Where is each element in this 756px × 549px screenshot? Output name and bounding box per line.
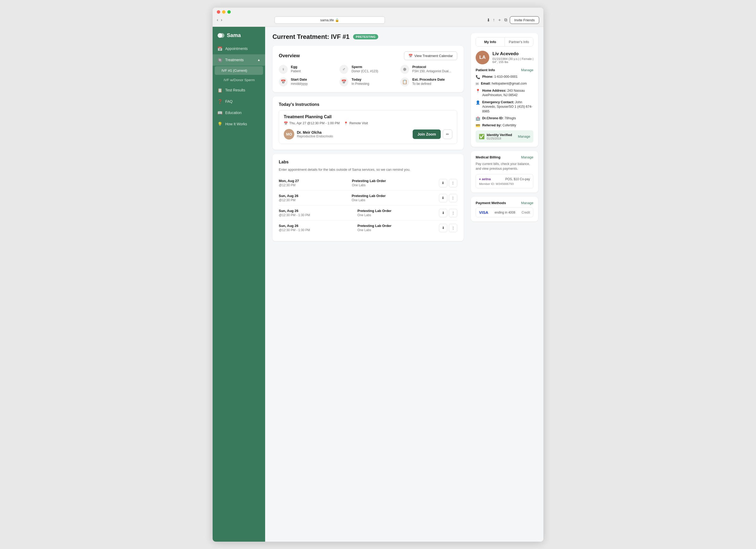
minimize-button[interactable] [222,10,225,14]
tabs-icon[interactable]: ⧉ [504,18,507,22]
location-icon: 📍 [344,121,348,125]
lab-name: Pretesting Lab Order [352,194,386,198]
lab-time: @12:30 PM - 1:30 PM [279,228,310,232]
instruction-title: Treatment Planning Call [284,114,452,119]
billing-header: Medical Billing Manage [476,155,533,159]
lab-date: Sun, Aug 26 [279,209,310,213]
join-zoom-button[interactable]: Join Zoom [413,129,441,139]
emergency-text: Emergency Contact: John Acevedo, Spouse/… [482,100,533,114]
patient-name-block: Liv Acevedo 01/15/1984 (30 y.o.) | Femal… [492,51,533,64]
download-lab-button[interactable]: ⬇ [439,179,447,187]
close-button[interactable] [217,10,220,14]
person-icon: 👤 [476,100,480,104]
sidebar-subitem-ivf-donor[interactable]: IVF w/Donor Sperm [213,75,265,85]
sidebar-item-how-it-works[interactable]: 💡 How It Works [213,118,265,130]
overview-est-procedure: 📋 Est. Procedure Date To be defined [400,77,457,86]
sidebar-item-test-results[interactable]: 📋 Test Results [213,85,265,96]
view-treatment-calendar-button[interactable]: 📅 View Treatment Calendar [404,51,457,60]
info-row-phone: 📞 Phone: 1-610-000-0001 [476,75,533,79]
start-date-icon: 📅 [279,77,288,86]
patient-info-manage[interactable]: Manage [521,68,533,72]
page-title: Current Treatment: IVF #1 [272,33,349,40]
today-value: In Pretesting [351,82,369,86]
verified-date: 01/25/2018 [487,137,512,140]
more-options-button[interactable]: ⋮ [449,224,457,232]
email-icon: ✉ [476,82,479,86]
sidebar-subitem-ivf-current[interactable]: IVF #1 (Current) [215,66,263,75]
address-bar[interactable]: sama.life 🔒 [275,17,385,24]
lab-actions: ⬇ ⋮ [439,179,457,187]
lab-info-col: Pretesting Lab Order One Labs [352,194,386,202]
lab-actions: ⬇ ⋮ [439,224,457,232]
email-text: Email: hellopatient@gmail.com [481,81,527,86]
share-icon[interactable]: ↑ [493,18,495,22]
payment-manage[interactable]: Manage [521,201,533,205]
invite-friends-button[interactable]: Invite Friends [510,16,539,24]
drchrono-icon: 🏥 [476,116,480,120]
start-date-value: mm/dd/yyyy [291,82,308,86]
sama-logo-icon [217,32,225,39]
right-panel: My Info Partner's Info LA Liv Acevedo 01… [470,27,543,542]
est-procedure-value: To be defined [412,82,445,86]
lab-name: Pretesting Lab Order [352,179,386,183]
avatar: LA [476,51,489,64]
patient-name: Liv Acevedo [492,51,533,56]
browser-window: ‹ › sama.life 🔒 ⬇ ↑ ＋ ⧉ Invite Friends S… [213,8,543,542]
identity-verified-badge: ✅ Identity Verified 01/25/2018 Manage [476,130,533,143]
back-button[interactable]: ‹ [217,18,218,22]
download-lab-button[interactable]: ⬇ [439,194,447,202]
how-it-works-icon: 💡 [217,122,223,127]
lab-date: Sun, Aug 26 [279,224,310,228]
instruction-date: 📅 Thu, Apr 27 @12:30 PM - 1:00 PM [284,121,340,125]
instruction-detail: Treatment Planning Call 📅 Thu, Apr 27 @1… [279,110,457,144]
download-lab-button[interactable]: ⬇ [439,224,447,232]
overview-title: Overview [279,53,300,59]
tab-partner-info[interactable]: Partner's Info [505,38,533,46]
more-options-button[interactable]: ⋮ [449,194,457,202]
visa-logo: VISA [479,210,488,214]
more-options-button[interactable]: ⋮ [449,179,457,187]
lab-location: One Labs [352,198,386,202]
sperm-value: Donor (CC1, #123) [351,69,378,73]
new-tab-icon[interactable]: ＋ [497,17,502,23]
download-lab-button[interactable]: ⬇ [439,209,447,217]
patient-info-title: Patient Info [476,68,495,72]
patient-header: LA Liv Acevedo 01/15/1984 (30 y.o.) | Fe… [476,51,533,64]
sidebar-nav: 📅 Appointments 🔘 Treatments ▲ IVF #1 (Cu… [213,43,265,542]
overview-grid: ♀ Egg Patient ♂ Sperm Donor (CC1, #123) [279,65,457,86]
sidebar-item-appointments[interactable]: 📅 Appointments [213,43,265,54]
sidebar-item-label: Test Results [225,88,245,92]
info-row-drchrono: 🏥 Dr.Chrono ID: 78hsgts [476,116,533,121]
lab-date-col: Sun, Aug 26 @12:30 PM - 1:30 PM [279,209,310,217]
more-options-button[interactable]: ⋮ [449,209,457,217]
sidebar-item-treatments[interactable]: 🔘 Treatments ▲ [213,54,265,66]
sperm-icon: ♂ [339,65,348,74]
overview-egg: ♀ Egg Patient [279,65,336,74]
edit-button[interactable]: ✏ [443,129,452,139]
verified-check-icon: ✅ [479,134,485,139]
info-row-email: ✉ Email: hellopatient@gmail.com [476,81,533,86]
sidebar-item-label: Appointments [225,46,248,51]
sidebar-item-education[interactable]: 📖 Education [213,107,265,118]
egg-label: Egg [291,65,301,69]
maximize-button[interactable] [227,10,231,14]
lab-date-col: Mon, Aug 27 @12:30 PM [279,179,299,187]
sperm-label: Sperm [351,65,378,69]
faq-icon: ❓ [217,99,223,104]
lab-info-col: Pretesting Lab Order One Labs [358,209,391,217]
billing-manage[interactable]: Manage [521,155,533,159]
forward-button[interactable]: › [221,18,222,22]
sidebar-item-label: How It Works [225,122,247,126]
page-header: Current Treatment: IVF #1 PRETESTING [272,33,464,40]
lab-time: @12:30 PM [279,198,298,202]
sidebar-item-faq[interactable]: ❓ FAQ [213,96,265,107]
tab-my-info[interactable]: My Info [476,38,505,46]
protocol-label: Protocol [412,65,451,69]
download-icon[interactable]: ⬇ [487,18,490,23]
lab-time: @12:30 PM - 1:30 PM [279,213,310,217]
drchrono-text: Dr.Chrono ID: 78hsgts [482,116,516,121]
calendar-icon: 📅 [217,46,223,51]
lab-row: Sun, Aug 26 @12:30 PM Pretesting Lab Ord… [279,191,457,206]
doctor-actions: Join Zoom ✏ [413,129,452,139]
verified-manage[interactable]: Manage [518,134,530,138]
